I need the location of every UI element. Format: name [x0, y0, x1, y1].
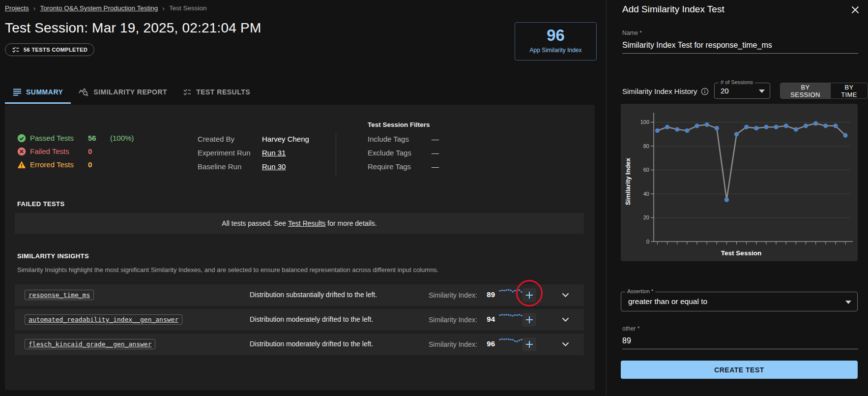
info-icon[interactable]: [701, 88, 709, 95]
dropdown-arrow-icon: [759, 90, 765, 93]
assertion-select[interactable]: Assertion * greater than or equal to: [621, 292, 858, 311]
svg-text:60: 60: [643, 167, 649, 173]
errored-tests-value: 0: [88, 160, 110, 169]
name-field-label: Name *: [622, 30, 858, 36]
similarity-insights-description: Similarity Insights highlight the most s…: [17, 266, 439, 274]
history-mode-toggle: BY SESSION BY TIME: [780, 83, 868, 99]
insight-row-response-time: response_time_ms Distribution substantia…: [15, 284, 584, 306]
app-similarity-index-card: 96 App Similarity Index: [515, 22, 597, 61]
app-window: Projects › Toronto Q&A System Production…: [0, 0, 868, 396]
history-section-label: Similarity Index History: [622, 87, 709, 95]
svg-text:100: 100: [640, 119, 649, 125]
created-by-value: Harvey Cheng: [262, 135, 309, 143]
all-tests-passed-message: All tests passed. See Test Results for m…: [15, 213, 584, 234]
subject-lines-icon: [13, 88, 22, 96]
chevron-right-icon: ›: [162, 4, 165, 12]
field-chip[interactable]: automated_readability_index__gen_answer: [25, 314, 182, 325]
baseline-run-row: Baseline Run Run 30: [198, 159, 309, 173]
checklist-icon: [12, 46, 20, 54]
cancel-circle-icon: [17, 147, 26, 156]
expand-chevron-icon[interactable]: [562, 342, 569, 347]
other-field: other * 89: [622, 325, 858, 349]
plus-icon: [524, 314, 535, 325]
tab-test-results-label: TEST RESULTS: [196, 88, 250, 96]
svg-text:80: 80: [643, 143, 649, 149]
vertical-divider: [336, 133, 336, 177]
passed-tests-row: Passed Tests 56 (100%): [17, 131, 134, 145]
svg-text:Similarity Index: Similarity Index: [624, 157, 632, 205]
tests-completed-badge: 56 TESTS COMPLETED: [5, 43, 94, 56]
errored-tests-row: Errored Tests 0: [17, 158, 134, 171]
page-title: Test Session: Mar 19, 2025, 02:21:04 PM: [5, 20, 261, 36]
add-test-panel: Add Similarity Index Test Name * Similar…: [606, 0, 868, 396]
query-stats-icon: [79, 88, 89, 96]
errored-tests-label: Errored Tests: [30, 160, 88, 169]
breadcrumb-projects[interactable]: Projects: [5, 4, 29, 12]
tab-similarity-report-label: SIMILARITY REPORT: [93, 88, 167, 96]
require-tags-row: Require Tags —: [368, 159, 439, 173]
similarity-index-value: 94: [479, 315, 495, 323]
breadcrumb-current: Test Session: [169, 4, 207, 12]
add-test-button[interactable]: [522, 288, 536, 302]
experiment-run-row: Experiment Run Run 31: [198, 146, 309, 159]
sparkline-chart: [498, 287, 523, 296]
tab-summary[interactable]: SUMMARY: [5, 80, 71, 104]
svg-text:20: 20: [643, 214, 649, 220]
similarity-insights-heading: SIMILARITY INSIGHTS: [17, 252, 89, 260]
by-session-toggle[interactable]: BY SESSION: [781, 83, 830, 98]
num-sessions-select[interactable]: # of Sessions 20: [714, 83, 770, 99]
add-test-button[interactable]: [522, 337, 536, 351]
breadcrumb-project-name[interactable]: Toronto Q&A System Production Testing: [40, 4, 158, 12]
by-time-toggle[interactable]: BY TIME: [830, 83, 868, 98]
tests-completed-label: 56 TESTS COMPLETED: [24, 47, 87, 53]
field-chip[interactable]: response_time_ms: [25, 290, 94, 300]
experiment-run-link[interactable]: Run 31: [262, 149, 286, 157]
plus-icon: [524, 339, 535, 350]
include-tags-row: Include Tags —: [368, 132, 439, 146]
tab-test-results[interactable]: TEST RESULTS: [175, 80, 258, 104]
svg-text:Test Session: Test Session: [721, 249, 761, 257]
baseline-run-link[interactable]: Run 30: [262, 162, 286, 171]
name-field-input[interactable]: Similarity Index Test for response_time_…: [622, 41, 858, 54]
app-similarity-index-value: 96: [515, 26, 596, 45]
svg-text:40: 40: [643, 191, 649, 197]
exclude-tags-row: Exclude Tags —: [368, 146, 439, 159]
chevron-right-icon: ›: [33, 4, 36, 12]
tab-similarity-report[interactable]: SIMILARITY REPORT: [71, 80, 175, 104]
app-similarity-index-label: App Similarity Index: [515, 47, 596, 54]
summary-card: Passed Tests 56 (100%) Failed Tests 0 Er…: [5, 105, 595, 390]
create-test-button[interactable]: CREATE TEST: [621, 361, 858, 379]
add-test-button[interactable]: [522, 313, 536, 327]
tab-summary-label: SUMMARY: [26, 88, 63, 96]
similarity-index-value: 89: [479, 290, 495, 299]
passed-tests-label: Passed Tests: [30, 134, 88, 142]
expand-chevron-icon[interactable]: [562, 317, 569, 322]
failed-tests-value: 0: [88, 147, 110, 155]
dropdown-arrow-icon: [845, 301, 851, 304]
test-results-link[interactable]: Test Results: [288, 219, 325, 227]
assertion-label: Assertion *: [625, 288, 655, 294]
other-field-label: other *: [622, 325, 858, 332]
warning-triangle-icon: [17, 160, 26, 169]
failed-tests-heading: FAILED TESTS: [17, 200, 65, 208]
other-field-input[interactable]: 89: [622, 336, 858, 349]
tab-bar: SUMMARY SIMILARITY REPORT TEST RESULTS: [5, 80, 258, 104]
sparkline-chart: [498, 312, 523, 321]
expand-chevron-icon[interactable]: [562, 293, 569, 298]
svg-text:0: 0: [646, 239, 649, 244]
similarity-index-value: 96: [479, 339, 495, 348]
breadcrumb: Projects › Toronto Q&A System Production…: [5, 4, 207, 12]
check-circle-icon: [17, 134, 26, 143]
close-button[interactable]: [849, 4, 861, 16]
similarity-history-chart: 020406080100Similarity IndexTest Session: [621, 104, 858, 261]
failed-tests-row: Failed Tests 0: [17, 145, 134, 158]
field-chip[interactable]: flesch_kincaid_grade__gen_answer: [25, 339, 155, 349]
plus-icon: [524, 290, 535, 301]
insight-row-flesch-kincaid: flesch_kincaid_grade__gen_answer Distrib…: [15, 334, 584, 355]
passed-tests-percent: (100%): [110, 134, 134, 142]
created-by-row: Created By Harvey Cheng: [198, 132, 309, 146]
failed-tests-label: Failed Tests: [30, 147, 88, 155]
close-icon: [850, 5, 860, 15]
checklist-icon: [183, 88, 192, 96]
name-field: Name * Similarity Index Test for respons…: [622, 30, 858, 54]
